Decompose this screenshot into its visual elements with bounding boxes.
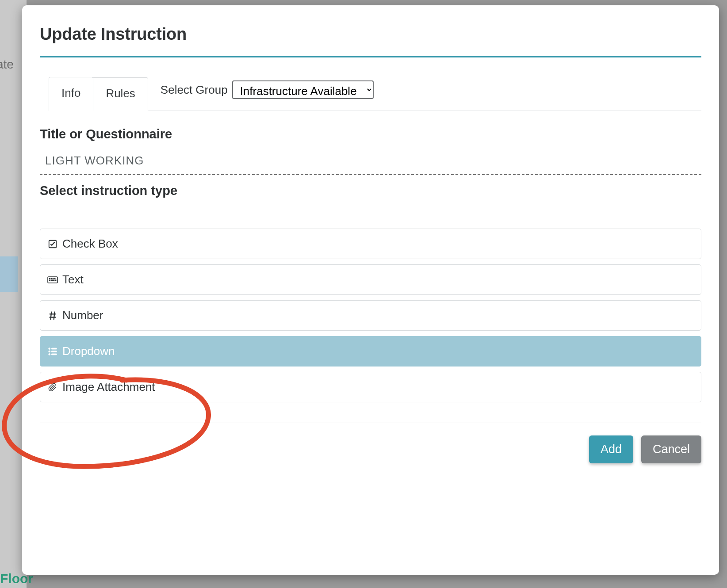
tab-bar: Info Rules Select Group Infrastructure A… — [49, 77, 701, 111]
svg-rect-6 — [49, 280, 50, 281]
svg-rect-2 — [49, 278, 50, 279]
type-option-image-attachment[interactable]: Image Attachment — [40, 372, 701, 402]
bg-highlight-row — [0, 256, 18, 292]
instruction-type-list: Check Box Text Number Dropdown Image Att — [40, 229, 701, 402]
header-divider — [40, 56, 701, 57]
input-underline — [40, 174, 701, 175]
question-title-input[interactable] — [38, 151, 700, 174]
svg-point-9 — [49, 347, 50, 349]
tab-label: Rules — [106, 87, 135, 100]
modal-title: Update Instruction — [40, 25, 701, 44]
modal-footer: Add Cancel — [40, 435, 701, 463]
type-option-label: Check Box — [62, 237, 118, 251]
group-select-label: Select Group — [161, 83, 228, 97]
type-heading: Select instruction type — [40, 183, 701, 198]
svg-rect-14 — [51, 354, 57, 355]
type-option-label: Text — [62, 273, 84, 286]
svg-rect-4 — [53, 278, 54, 279]
list-icon — [47, 347, 58, 356]
svg-point-13 — [49, 353, 50, 355]
svg-rect-5 — [54, 278, 55, 279]
question-heading: Title or Questionnaire — [40, 127, 701, 141]
tab-info[interactable]: Info — [49, 77, 93, 111]
svg-rect-12 — [51, 351, 57, 352]
tab-label: Info — [61, 86, 80, 99]
keyboard-icon — [47, 275, 58, 285]
type-option-checkbox[interactable]: Check Box — [40, 229, 701, 259]
group-select[interactable]: Infrastructure Available — [232, 80, 374, 99]
svg-rect-7 — [51, 280, 54, 281]
bg-text-fragment: ate — [0, 57, 14, 72]
checkbox-icon — [47, 239, 58, 249]
type-option-text[interactable]: Text — [40, 264, 701, 295]
type-option-label: Dropdown — [62, 344, 115, 358]
svg-point-11 — [49, 351, 50, 352]
footer-divider — [40, 423, 701, 423]
update-instruction-modal: Update Instruction Info Rules Select Gro… — [22, 5, 719, 575]
type-option-dropdown[interactable]: Dropdown — [40, 336, 701, 367]
type-option-label: Number — [62, 309, 103, 322]
hash-icon — [47, 311, 58, 321]
type-option-number[interactable]: Number — [40, 300, 701, 331]
svg-rect-8 — [55, 280, 56, 281]
attachment-icon — [47, 382, 58, 392]
svg-rect-3 — [51, 278, 52, 279]
type-option-label: Image Attachment — [62, 380, 155, 394]
tab-rules[interactable]: Rules — [93, 77, 148, 111]
group-select-wrap: Select Group Infrastructure Available — [161, 80, 374, 99]
svg-rect-10 — [51, 348, 57, 349]
add-button[interactable]: Add — [589, 435, 633, 463]
cancel-button[interactable]: Cancel — [641, 435, 701, 463]
section-divider — [40, 216, 701, 216]
